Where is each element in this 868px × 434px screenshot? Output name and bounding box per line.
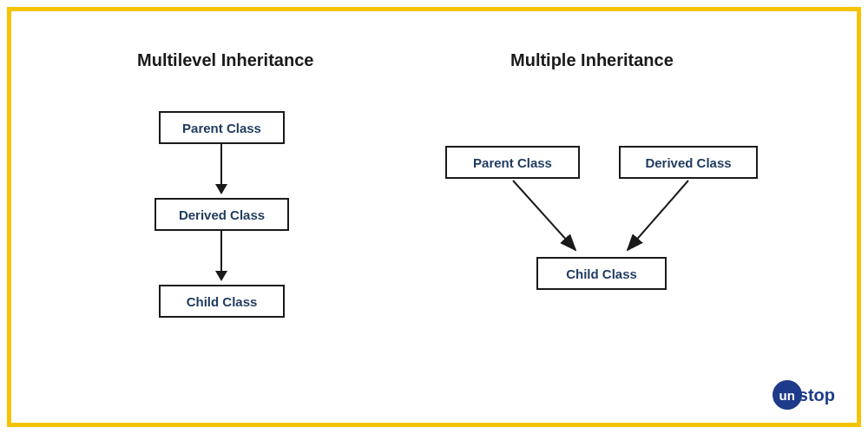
multilevel-derived-box: Derived Class (155, 198, 289, 231)
arrow-line-2 (220, 231, 222, 273)
multilevel-parent-box: Parent Class (159, 111, 285, 144)
arrow-head-2 (215, 271, 227, 281)
diagram-frame: Multilevel Inheritance Parent Class Deri… (7, 7, 861, 427)
arrow-head-1 (215, 184, 227, 194)
brand-logo-circle: un (773, 380, 802, 410)
multiple-child-box: Child Class (536, 257, 667, 290)
multilevel-child-box: Child Class (159, 285, 285, 318)
multiple-child-label: Child Class (566, 266, 637, 281)
arrow-line-1 (220, 144, 222, 186)
brand-logo-text: stop (799, 385, 835, 405)
multiple-title: Multiple Inheritance (510, 50, 674, 70)
arrow-derived-to-child (628, 181, 688, 250)
diagram-content: Multilevel Inheritance Parent Class Deri… (11, 11, 857, 423)
multilevel-title: Multilevel Inheritance (137, 50, 313, 70)
multilevel-derived-label: Derived Class (179, 207, 265, 222)
multilevel-child-label: Child Class (187, 294, 258, 309)
arrow-parent-to-child (513, 181, 575, 250)
multilevel-parent-label: Parent Class (182, 121, 261, 135)
brand-logo: un stop (773, 380, 835, 410)
